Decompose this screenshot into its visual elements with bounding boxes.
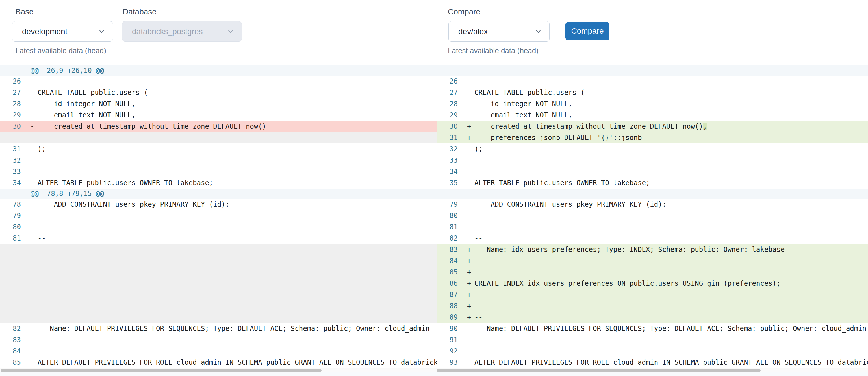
code-text xyxy=(474,345,868,357)
code-line-row: 82-- xyxy=(437,233,868,244)
line-number: 85 xyxy=(437,267,462,278)
diff-marker xyxy=(462,233,474,244)
code-text: ALTER DEFAULT PRIVILEGES FOR ROLE cloud_… xyxy=(38,357,437,368)
line-number: 31 xyxy=(437,132,462,143)
code-text xyxy=(38,155,437,166)
code-line-row: 84 xyxy=(0,345,437,357)
line-number xyxy=(0,244,25,255)
diff-marker: + xyxy=(462,121,474,132)
compare-pane-hscrollbar[interactable] xyxy=(437,368,868,372)
line-number xyxy=(437,189,462,199)
compare-pane-hscrollbar-thumb[interactable] xyxy=(437,369,761,372)
code-text xyxy=(38,166,437,177)
code-text xyxy=(38,289,437,300)
diff-marker: + xyxy=(462,255,474,267)
added-line-row: 86+CREATE INDEX idx_users_preferences ON… xyxy=(437,278,868,289)
diff-marker xyxy=(462,210,474,221)
line-number: 32 xyxy=(0,155,25,166)
code-line-row: 28 id integer NOT NULL, xyxy=(437,98,868,109)
base-pane-hscrollbar-thumb[interactable] xyxy=(1,369,321,372)
hunk-header-row xyxy=(437,66,868,76)
diff-pane-compare: 2627CREATE TABLE public.users (28 id int… xyxy=(437,66,868,368)
code-line-row: 26 xyxy=(0,76,437,87)
line-number: 92 xyxy=(437,345,462,357)
line-number xyxy=(0,289,25,300)
line-number: 86 xyxy=(437,278,462,289)
line-number: 89 xyxy=(437,312,462,323)
line-number: 87 xyxy=(437,289,462,300)
base-select[interactable]: development xyxy=(12,21,113,42)
code-line-row: 81-- xyxy=(0,233,437,244)
page-hscrollbar[interactable] xyxy=(0,372,868,376)
diff-marker: + xyxy=(462,312,474,323)
changed-word-highlight: , xyxy=(703,123,707,130)
code-line-row: 35ALTER TABLE public.users OWNER TO lake… xyxy=(437,177,868,189)
code-text: CREATE TABLE public.users ( xyxy=(38,87,437,98)
code-line-row: 32); xyxy=(437,143,868,155)
base-pane-hscrollbar[interactable] xyxy=(0,368,437,372)
diff-marker: + xyxy=(462,289,474,300)
diff-marker xyxy=(25,278,38,289)
code-text: id integer NOT NULL, xyxy=(474,98,868,109)
diff-marker xyxy=(25,76,38,87)
line-number: 27 xyxy=(437,87,462,98)
code-text: ALTER DEFAULT PRIVILEGES FOR ROLE cloud_… xyxy=(474,357,868,368)
compare-button[interactable]: Compare xyxy=(565,22,610,40)
diff-marker xyxy=(25,199,38,210)
added-line-row: 30+ created_at timestamp without time zo… xyxy=(437,121,868,132)
diff-marker xyxy=(25,166,38,177)
line-number: 81 xyxy=(437,221,462,233)
code-text xyxy=(474,300,868,312)
added-line-row: 88+ xyxy=(437,300,868,312)
code-text: -- xyxy=(474,312,868,323)
line-number: 28 xyxy=(437,98,462,109)
diff-marker: + xyxy=(462,278,474,289)
diff-marker xyxy=(25,98,38,109)
line-number: 29 xyxy=(0,109,25,121)
code-text: ); xyxy=(474,143,868,155)
line-number: 30 xyxy=(437,121,462,132)
code-text xyxy=(38,221,437,233)
line-number: 34 xyxy=(437,166,462,177)
line-number: 33 xyxy=(0,166,25,177)
code-text: ALTER TABLE public.users OWNER TO lakeba… xyxy=(474,177,868,189)
code-text: id integer NOT NULL, xyxy=(38,98,437,109)
code-text: ADD CONSTRAINT users_pkey PRIMARY KEY (i… xyxy=(38,199,437,210)
code-text xyxy=(38,267,437,278)
diff-marker xyxy=(462,109,474,121)
filler-row xyxy=(0,289,437,300)
hunk-header-text: @@ -78,8 +79,15 @@ xyxy=(25,189,437,199)
compare-select[interactable]: dev/alex xyxy=(448,21,550,42)
added-line-row: 84+-- xyxy=(437,255,868,267)
filler-row xyxy=(0,312,437,323)
filler-row xyxy=(0,267,437,278)
filler-row xyxy=(0,300,437,312)
added-line-row: 31+ preferences jsonb DEFAULT '{}'::json… xyxy=(437,132,868,143)
code-text: CREATE TABLE public.users ( xyxy=(474,87,868,98)
code-text xyxy=(38,345,437,357)
line-number: 30 xyxy=(0,121,25,132)
added-line-row: 87+ xyxy=(437,289,868,300)
diff-marker xyxy=(25,289,38,300)
code-text: created_at timestamp without time zone D… xyxy=(38,121,437,132)
code-text xyxy=(474,76,868,87)
filler-row xyxy=(0,244,437,255)
line-number: 78 xyxy=(0,199,25,210)
diff-marker: + xyxy=(462,244,474,255)
chevron-down-icon xyxy=(98,28,105,35)
diff-marker xyxy=(25,143,38,155)
diff-marker xyxy=(25,345,38,357)
diff-marker xyxy=(25,323,38,334)
code-line-row: 85ALTER DEFAULT PRIVILEGES FOR ROLE clou… xyxy=(0,357,437,368)
code-line-row: 32 xyxy=(0,155,437,166)
diff-marker xyxy=(462,334,474,345)
code-text xyxy=(38,255,437,267)
diff-marker xyxy=(462,76,474,87)
code-text xyxy=(474,221,868,233)
diff-marker xyxy=(462,87,474,98)
base-select-value: development xyxy=(22,27,67,36)
code-text xyxy=(474,289,868,300)
code-line-row: 91-- xyxy=(437,334,868,345)
diff-marker xyxy=(462,221,474,233)
diff-marker xyxy=(25,267,38,278)
